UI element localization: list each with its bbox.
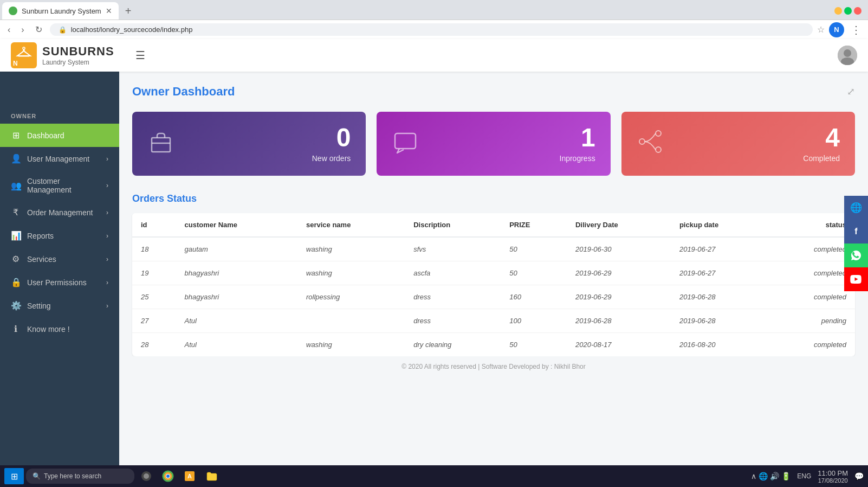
svg-point-0 (23, 47, 25, 49)
expand-icon[interactable]: ⤢ (847, 86, 855, 98)
network-icon[interactable]: 🌐 (759, 472, 768, 480)
new-orders-count: 0 (312, 125, 351, 151)
active-tab[interactable]: Sunburn Laundry System ✕ (2, 2, 119, 20)
chevron-icon: › (106, 182, 108, 189)
tab-close-button[interactable]: ✕ (106, 7, 112, 15)
user-avatar[interactable] (838, 46, 857, 65)
bookmark-icon[interactable]: ☆ (817, 24, 825, 35)
taskbar-app3[interactable]: A (180, 468, 199, 484)
sidebar-item-user-permissions[interactable]: 🔒 User Permissions › (0, 271, 119, 294)
reload-button[interactable]: ↻ (32, 23, 46, 36)
chevron-icon: › (106, 232, 108, 240)
main-content: Owner Dashboard ⤢ 0 New orders (119, 72, 868, 465)
back-button[interactable]: ‹ (4, 24, 14, 36)
window-controls: — □ ✕ (834, 7, 866, 15)
minimize-button[interactable]: — (834, 7, 842, 15)
taskbar-date-value: 17/08/2020 (818, 477, 848, 484)
taskbar-clock[interactable]: 11:00 PM 17/08/2020 (818, 469, 848, 484)
chevron-icon: › (106, 302, 108, 310)
col-delivery-date: Dilivery Date (567, 213, 671, 237)
briefcase-icon (147, 128, 174, 155)
cell-4: 100 (501, 309, 567, 333)
start-button[interactable]: ⊞ (4, 468, 24, 484)
lock-icon: 🔒 (59, 26, 67, 34)
taskbar-arrow-icon[interactable]: ∧ (751, 472, 756, 480)
maximize-button[interactable]: □ (844, 7, 852, 15)
stat-card-new-orders: 0 New orders (132, 112, 366, 176)
table-header-row: id customer Name service name Discriptio… (132, 213, 855, 237)
avatar-image (838, 46, 857, 65)
user-permissions-icon: 🔒 (11, 277, 21, 287)
search-placeholder-text: Type here to search (44, 472, 101, 480)
svg-point-9 (656, 131, 661, 136)
sidebar-item-setting[interactable]: ⚙️ Setting › (0, 294, 119, 317)
stat-card-inprogress: 1 Inprogress (377, 112, 610, 176)
sidebar-item-label: Order Management (27, 208, 93, 217)
sidebar-item-order-management[interactable]: ₹ Order Management › (0, 201, 119, 224)
facebook-button[interactable]: f (844, 220, 868, 244)
chat-icon (392, 128, 419, 155)
orders-status-section: Orders Status id customer Name service n… (132, 193, 855, 356)
table-body: 18gautamwashingsfvs502019-06-302019-06-2… (132, 237, 855, 356)
cell-5: 2019-06-30 (567, 237, 671, 261)
sidebar-item-label: Setting (27, 302, 51, 310)
logo-initial: N (13, 60, 18, 67)
setting-icon: ⚙️ (11, 300, 21, 311)
browser-chrome: Sunburn Laundry System ✕ + — □ ✕ ‹ › ↻ 🔒… (0, 0, 868, 39)
cell-6: 2019-06-28 (671, 309, 769, 333)
sidebar-item-label: Dashboard (27, 131, 64, 140)
svg-point-12 (144, 473, 149, 479)
completed-info: 4 Completed (803, 125, 840, 163)
cell-5: 2019-06-28 (567, 309, 671, 333)
globe-button[interactable]: 🌐 (844, 196, 868, 220)
cell-5: 2019-06-29 (567, 285, 671, 309)
hamburger-button[interactable]: ☰ (135, 49, 145, 62)
url-input[interactable]: 🔒 localhost/londry_sourcecode/index.php (50, 23, 813, 36)
sound-icon[interactable]: 🔊 (770, 472, 779, 480)
cell-4: 50 (501, 261, 567, 285)
youtube-button[interactable] (844, 267, 868, 291)
reports-icon: 📊 (11, 230, 21, 241)
cell-2: rollpessing (297, 285, 405, 309)
stat-card-completed: 4 Completed (621, 112, 855, 176)
col-id: id (132, 213, 176, 237)
sidebar-item-know-more[interactable]: ℹ Know more ! (0, 317, 119, 341)
sidebar-item-services[interactable]: ⚙ Services › (0, 247, 119, 271)
svg-text:A: A (187, 473, 192, 479)
sidebar-item-customer-management[interactable]: 👥 Customer Management › (0, 170, 119, 201)
taskbar-search[interactable]: 🔍 Type here to search (26, 469, 134, 484)
sidebar-item-label: Services (27, 255, 56, 264)
dashboard-icon: ⊞ (11, 130, 21, 140)
user-management-icon: 👤 (11, 153, 21, 164)
browser-profile-button[interactable]: N (829, 22, 844, 37)
svg-point-3 (844, 49, 851, 57)
sidebar-item-label: User Management (27, 155, 89, 163)
notification-icon[interactable]: 💬 (854, 472, 864, 480)
new-tab-button[interactable]: + (121, 3, 136, 18)
whatsapp-icon (850, 249, 862, 261)
chevron-icon: › (106, 155, 108, 163)
services-icon: ⚙ (11, 254, 21, 264)
cell-7: pending (769, 309, 855, 333)
close-window-button[interactable]: ✕ (854, 7, 861, 15)
battery-icon[interactable]: 🔋 (781, 472, 791, 480)
page-header: Owner Dashboard ⤢ (132, 85, 855, 99)
forward-button[interactable]: › (18, 24, 27, 36)
taskbar-chrome[interactable] (158, 468, 178, 484)
cell-5: 2019-06-29 (567, 261, 671, 285)
cell-4: 50 (501, 333, 567, 357)
sidebar-item-user-management[interactable]: 👤 User Management › (0, 147, 119, 170)
taskbar-file-explorer[interactable] (202, 468, 221, 484)
social-sidebar: 🌐 f (844, 196, 868, 291)
sidebar-section-label: OWNER (0, 104, 119, 124)
sidebar-item-label: Know more ! (27, 325, 70, 334)
browser-menu-button[interactable]: ⋮ (848, 23, 864, 36)
stat-cards: 0 New orders 1 Inprogress (132, 112, 855, 176)
cortana-icon (140, 470, 152, 482)
completed-label: Completed (803, 154, 840, 163)
cell-6: 2019-06-28 (671, 285, 769, 309)
whatsapp-button[interactable] (844, 244, 868, 267)
sidebar-item-reports[interactable]: 📊 Reports › (0, 224, 119, 247)
taskbar-cortana[interactable] (137, 468, 156, 484)
sidebar-item-dashboard[interactable]: ⊞ Dashboard (0, 124, 119, 147)
